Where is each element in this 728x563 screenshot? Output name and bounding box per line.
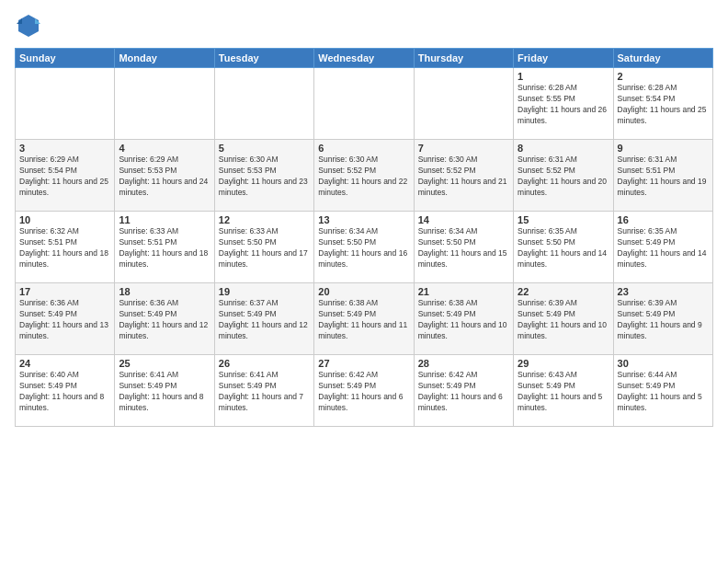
calendar-cell: 27Sunrise: 6:42 AM Sunset: 5:49 PM Dayli…: [314, 355, 414, 427]
day-info: Sunrise: 6:30 AM Sunset: 5:52 PM Dayligh…: [318, 155, 409, 199]
calendar-cell: 28Sunrise: 6:42 AM Sunset: 5:49 PM Dayli…: [414, 355, 513, 427]
calendar-cell: 19Sunrise: 6:37 AM Sunset: 5:49 PM Dayli…: [214, 283, 313, 355]
calendar-cell: 29Sunrise: 6:43 AM Sunset: 5:49 PM Dayli…: [514, 355, 613, 427]
calendar-cell: 12Sunrise: 6:33 AM Sunset: 5:50 PM Dayli…: [214, 212, 313, 283]
calendar-cell: [414, 68, 513, 140]
day-number: 16: [618, 214, 709, 225]
calendar-cell: 10Sunrise: 6:32 AM Sunset: 5:51 PM Dayli…: [16, 212, 115, 283]
day-info: Sunrise: 6:33 AM Sunset: 5:50 PM Dayligh…: [219, 226, 310, 270]
day-info: Sunrise: 6:42 AM Sunset: 5:49 PM Dayligh…: [418, 370, 509, 414]
day-number: 4: [119, 143, 210, 154]
day-number: 26: [219, 358, 310, 369]
svg-marker-0: [18, 15, 39, 37]
day-info: Sunrise: 6:29 AM Sunset: 5:53 PM Dayligh…: [119, 155, 210, 199]
calendar-cell: 4Sunrise: 6:29 AM Sunset: 5:53 PM Daylig…: [115, 140, 214, 212]
day-info: Sunrise: 6:41 AM Sunset: 5:49 PM Dayligh…: [119, 370, 210, 414]
day-info: Sunrise: 6:43 AM Sunset: 5:49 PM Dayligh…: [518, 370, 609, 414]
day-number: 5: [219, 143, 310, 154]
day-info: Sunrise: 6:36 AM Sunset: 5:49 PM Dayligh…: [119, 298, 210, 342]
calendar-cell: 22Sunrise: 6:39 AM Sunset: 5:49 PM Dayli…: [514, 283, 613, 355]
day-number: 12: [219, 214, 310, 225]
day-number: 10: [19, 214, 110, 225]
calendar-cell: 11Sunrise: 6:33 AM Sunset: 5:51 PM Dayli…: [115, 212, 214, 283]
day-info: Sunrise: 6:34 AM Sunset: 5:50 PM Dayligh…: [318, 226, 409, 270]
day-info: Sunrise: 6:39 AM Sunset: 5:49 PM Dayligh…: [618, 298, 709, 342]
calendar-cell: 30Sunrise: 6:44 AM Sunset: 5:49 PM Dayli…: [613, 355, 712, 427]
day-info: Sunrise: 6:28 AM Sunset: 5:55 PM Dayligh…: [518, 83, 609, 127]
day-info: Sunrise: 6:36 AM Sunset: 5:49 PM Dayligh…: [19, 298, 110, 342]
calendar-cell: 8Sunrise: 6:31 AM Sunset: 5:52 PM Daylig…: [514, 140, 613, 212]
calendar-cell: 9Sunrise: 6:31 AM Sunset: 5:51 PM Daylig…: [613, 140, 712, 212]
calendar-cell: [16, 68, 115, 140]
calendar-header-row: SundayMondayTuesdayWednesdayThursdayFrid…: [16, 49, 713, 68]
weekday-header-sunday: Sunday: [16, 49, 115, 68]
calendar-cell: 5Sunrise: 6:30 AM Sunset: 5:53 PM Daylig…: [214, 140, 313, 212]
day-number: 25: [119, 358, 210, 369]
day-number: 2: [618, 71, 709, 82]
weekday-header-monday: Monday: [115, 49, 214, 68]
day-number: 18: [119, 286, 210, 297]
calendar-cell: [115, 68, 214, 140]
header: [15, 11, 713, 39]
calendar-week-row: 17Sunrise: 6:36 AM Sunset: 5:49 PM Dayli…: [16, 283, 713, 355]
day-number: 11: [119, 214, 210, 225]
day-info: Sunrise: 6:35 AM Sunset: 5:49 PM Dayligh…: [618, 226, 709, 270]
calendar-cell: 21Sunrise: 6:38 AM Sunset: 5:49 PM Dayli…: [414, 283, 513, 355]
calendar-cell: [214, 68, 313, 140]
day-info: Sunrise: 6:32 AM Sunset: 5:51 PM Dayligh…: [19, 226, 110, 270]
day-number: 15: [518, 214, 609, 225]
day-number: 23: [618, 286, 709, 297]
day-number: 1: [518, 71, 609, 82]
calendar-cell: 18Sunrise: 6:36 AM Sunset: 5:49 PM Dayli…: [115, 283, 214, 355]
day-info: Sunrise: 6:44 AM Sunset: 5:49 PM Dayligh…: [618, 370, 709, 414]
day-number: 19: [219, 286, 310, 297]
calendar-cell: 16Sunrise: 6:35 AM Sunset: 5:49 PM Dayli…: [613, 212, 712, 283]
logo-icon: [15, 11, 42, 39]
day-number: 30: [618, 358, 709, 369]
calendar-cell: 17Sunrise: 6:36 AM Sunset: 5:49 PM Dayli…: [16, 283, 115, 355]
calendar-week-row: 3Sunrise: 6:29 AM Sunset: 5:54 PM Daylig…: [16, 140, 713, 212]
weekday-header-thursday: Thursday: [414, 49, 513, 68]
day-info: Sunrise: 6:31 AM Sunset: 5:52 PM Dayligh…: [518, 155, 609, 199]
day-number: 14: [418, 214, 509, 225]
day-info: Sunrise: 6:42 AM Sunset: 5:49 PM Dayligh…: [318, 370, 409, 414]
calendar-cell: 23Sunrise: 6:39 AM Sunset: 5:49 PM Dayli…: [613, 283, 712, 355]
day-number: 27: [318, 358, 409, 369]
day-info: Sunrise: 6:30 AM Sunset: 5:53 PM Dayligh…: [219, 155, 310, 199]
day-number: 9: [618, 143, 709, 154]
calendar-cell: 20Sunrise: 6:38 AM Sunset: 5:49 PM Dayli…: [314, 283, 414, 355]
day-number: 7: [418, 143, 509, 154]
day-number: 3: [19, 143, 110, 154]
calendar-cell: 7Sunrise: 6:30 AM Sunset: 5:52 PM Daylig…: [414, 140, 513, 212]
day-number: 28: [418, 358, 509, 369]
day-info: Sunrise: 6:28 AM Sunset: 5:54 PM Dayligh…: [618, 83, 709, 127]
day-info: Sunrise: 6:38 AM Sunset: 5:49 PM Dayligh…: [318, 298, 409, 342]
calendar-cell: 26Sunrise: 6:41 AM Sunset: 5:49 PM Dayli…: [214, 355, 313, 427]
calendar-cell: 1Sunrise: 6:28 AM Sunset: 5:55 PM Daylig…: [514, 68, 613, 140]
calendar-cell: 25Sunrise: 6:41 AM Sunset: 5:49 PM Dayli…: [115, 355, 214, 427]
day-info: Sunrise: 6:41 AM Sunset: 5:49 PM Dayligh…: [219, 370, 310, 414]
calendar-cell: 15Sunrise: 6:35 AM Sunset: 5:50 PM Dayli…: [514, 212, 613, 283]
day-info: Sunrise: 6:33 AM Sunset: 5:51 PM Dayligh…: [119, 226, 210, 270]
day-info: Sunrise: 6:34 AM Sunset: 5:50 PM Dayligh…: [418, 226, 509, 270]
calendar-cell: 6Sunrise: 6:30 AM Sunset: 5:52 PM Daylig…: [314, 140, 414, 212]
calendar-week-row: 24Sunrise: 6:40 AM Sunset: 5:49 PM Dayli…: [16, 355, 713, 427]
calendar-cell: [314, 68, 414, 140]
day-info: Sunrise: 6:31 AM Sunset: 5:51 PM Dayligh…: [618, 155, 709, 199]
day-info: Sunrise: 6:29 AM Sunset: 5:54 PM Dayligh…: [19, 155, 110, 199]
weekday-header-tuesday: Tuesday: [214, 49, 313, 68]
day-number: 22: [518, 286, 609, 297]
day-number: 24: [19, 358, 110, 369]
day-number: 13: [318, 214, 409, 225]
day-info: Sunrise: 6:38 AM Sunset: 5:49 PM Dayligh…: [418, 298, 509, 342]
day-number: 8: [518, 143, 609, 154]
calendar-cell: 2Sunrise: 6:28 AM Sunset: 5:54 PM Daylig…: [613, 68, 712, 140]
calendar-cell: 14Sunrise: 6:34 AM Sunset: 5:50 PM Dayli…: [414, 212, 513, 283]
day-number: 6: [318, 143, 409, 154]
calendar-week-row: 10Sunrise: 6:32 AM Sunset: 5:51 PM Dayli…: [16, 212, 713, 283]
day-info: Sunrise: 6:35 AM Sunset: 5:50 PM Dayligh…: [518, 226, 609, 270]
day-info: Sunrise: 6:37 AM Sunset: 5:49 PM Dayligh…: [219, 298, 310, 342]
weekday-header-friday: Friday: [514, 49, 613, 68]
day-number: 29: [518, 358, 609, 369]
day-number: 21: [418, 286, 509, 297]
